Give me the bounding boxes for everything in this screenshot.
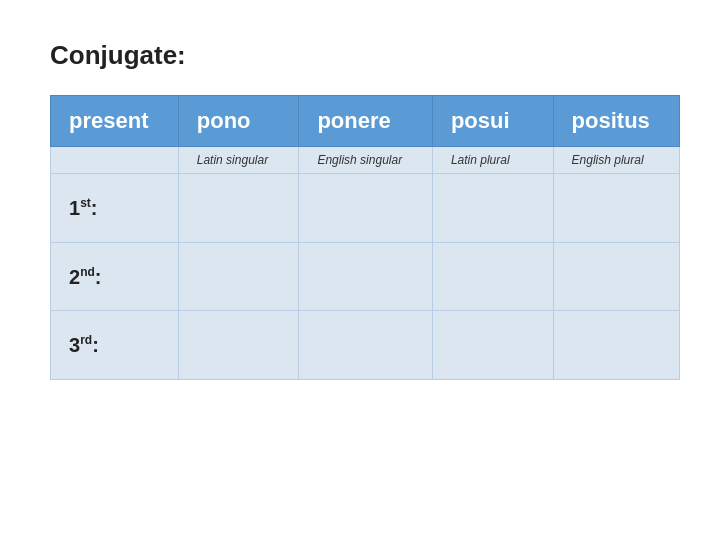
table-row: 2nd:: [51, 242, 680, 311]
row-2-col2: [178, 242, 299, 311]
subheader-latin-plural: Latin plural: [432, 147, 553, 174]
header-col-present: present: [51, 96, 179, 147]
row-1-col2: [178, 174, 299, 243]
row-2-col4: [432, 242, 553, 311]
subheader-english-singular: English singular: [299, 147, 433, 174]
row-1-col3: [299, 174, 433, 243]
row-3-col3: [299, 311, 433, 380]
subheader-latin-singular: Latin singular: [178, 147, 299, 174]
header-col-ponere: ponere: [299, 96, 433, 147]
row-2-col5: [553, 242, 679, 311]
conjugation-table: present pono ponere posui positus Latin …: [50, 95, 680, 380]
header-col-pono: pono: [178, 96, 299, 147]
row-3-col2: [178, 311, 299, 380]
row-label-1st: 1st:: [51, 174, 179, 243]
row-label-2nd: 2nd:: [51, 242, 179, 311]
header-col-positus: positus: [553, 96, 679, 147]
row-3-col5: [553, 311, 679, 380]
table-row: 3rd:: [51, 311, 680, 380]
subheader-col1: [51, 147, 179, 174]
row-2-col3: [299, 242, 433, 311]
row-1-col5: [553, 174, 679, 243]
table-row: 1st:: [51, 174, 680, 243]
row-label-3rd: 3rd:: [51, 311, 179, 380]
row-3-col4: [432, 311, 553, 380]
header-col-posui: posui: [432, 96, 553, 147]
subheader-english-plural: English plural: [553, 147, 679, 174]
row-1-col4: [432, 174, 553, 243]
page-title: Conjugate:: [50, 40, 186, 71]
